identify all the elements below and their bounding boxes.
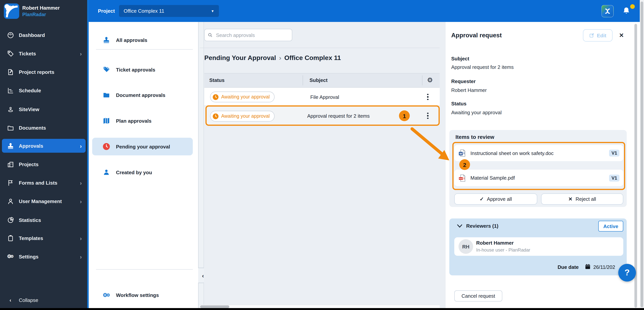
calendar-icon xyxy=(584,263,591,270)
tickets-icon xyxy=(6,50,14,57)
forms-flag-icon xyxy=(6,179,14,187)
approvals-list-area xyxy=(204,22,440,310)
created-by-you-person-icon xyxy=(102,168,110,177)
chevron-right-icon: › xyxy=(80,180,82,186)
help-button[interactable]: ? xyxy=(618,264,636,281)
chevron-left-icon: ‹ xyxy=(6,296,14,304)
subnav-divider xyxy=(96,49,193,50)
column-header-status[interactable]: Status xyxy=(209,77,224,83)
breadcrumb-parent[interactable]: Pending Your Approval xyxy=(204,54,276,62)
panel-title: Approval request xyxy=(451,32,502,39)
field-value-subject: Approval request for 2 items xyxy=(451,64,514,70)
word-file-icon: W xyxy=(458,149,466,157)
schedule-icon xyxy=(6,87,14,94)
file-row[interactable]: W Instructional sheet on work safety.doc… xyxy=(454,145,623,161)
cross-icon: ✕ xyxy=(568,196,572,202)
chevron-right-icon: › xyxy=(80,253,82,260)
planradar-app: Project Office Complex 11 ▼ Robert Hamme… xyxy=(0,0,644,310)
cancel-request-button[interactable]: Cancel request xyxy=(454,290,502,301)
chevron-right-icon: › xyxy=(80,198,82,204)
column-header-subject[interactable]: Subject xyxy=(310,77,328,83)
due-date-value: 26/11/202 xyxy=(593,264,615,270)
chevron-down-icon[interactable] xyxy=(457,224,462,228)
notifications-bell-icon[interactable] xyxy=(621,6,631,18)
panel-scrollbar-thumb[interactable] xyxy=(634,24,637,308)
subnav-pending-your-approval[interactable]: Pending your approval xyxy=(92,138,193,156)
sidebar-item-dashboard[interactable]: Dashboard xyxy=(2,28,86,42)
sidebar-collapse-button[interactable]: ‹ Collapse xyxy=(2,293,86,307)
horizontal-scrollbar-thumb[interactable] xyxy=(200,305,229,308)
row-menu-kebab-icon[interactable] xyxy=(424,92,432,102)
subnav-ticket-approvals[interactable]: Ticket approvals xyxy=(92,63,193,77)
sidebar-item-templates[interactable]: Templates › xyxy=(2,231,86,245)
pencil-icon xyxy=(589,33,594,38)
subnav-created-by-you[interactable]: Created by you xyxy=(92,165,193,179)
vertical-scrollbar-thumb[interactable] xyxy=(640,2,643,307)
dashboard-icon xyxy=(6,31,14,39)
svg-text:W: W xyxy=(460,152,462,155)
chevron-left-icon: ‹ xyxy=(202,272,204,279)
reject-all-button[interactable]: ✕ Reject all xyxy=(541,194,623,205)
sidebar-item-user-management[interactable]: User Management › xyxy=(2,194,86,208)
annotation-step-2: 2 xyxy=(459,159,470,170)
sidebar-item-siteview[interactable]: SiteView xyxy=(2,102,86,116)
edit-button[interactable]: Edit xyxy=(583,29,612,42)
siteview-icon xyxy=(6,105,14,113)
documents-folder-icon xyxy=(6,124,14,131)
sidebar-item-statistics[interactable]: Statistics xyxy=(2,213,86,227)
sidebar-item-schedule[interactable]: Schedule xyxy=(2,83,86,97)
horizontal-scrollbar[interactable] xyxy=(200,304,440,308)
reviewer-subtitle: In-house user - PlanRadar xyxy=(476,247,530,253)
svg-text:PDF: PDF xyxy=(459,177,463,180)
sidebar-item-settings[interactable]: ⚙⚙ Settings › xyxy=(2,250,86,263)
notification-dot xyxy=(630,4,635,9)
due-date-label: Due date xyxy=(558,264,579,270)
settings-gears-icon: ⚙⚙ xyxy=(6,253,14,260)
projects-buildings-icon xyxy=(6,161,14,168)
butterfly-icon xyxy=(603,7,612,16)
sidebar-item-documents[interactable]: Documents xyxy=(2,121,86,135)
subnav-divider xyxy=(96,269,193,270)
file-version-badge: V1 xyxy=(609,149,620,157)
all-approvals-stamp-icon xyxy=(102,36,110,44)
subnav-all-approvals[interactable]: All approvals xyxy=(92,33,193,47)
row-subject[interactable]: Approval request for 2 items xyxy=(307,113,370,119)
user-company: PlanRadar xyxy=(22,12,46,17)
breadcrumb-current: Office Complex 11 xyxy=(284,54,341,62)
table-settings-gear-icon[interactable]: ⚙ xyxy=(427,77,433,84)
subnav-workflow-settings[interactable]: ⚙⚙ Workflow settings xyxy=(92,288,193,302)
approve-all-button[interactable]: ✓ Approve all xyxy=(454,194,537,205)
pending-clock-icon xyxy=(102,142,110,151)
subnav-plan-approvals[interactable]: Plan approvals xyxy=(92,114,193,128)
project-selector[interactable]: Office Complex 11 ▼ xyxy=(119,5,219,17)
sidebar-item-project-reports[interactable]: Project reports xyxy=(2,65,86,79)
sidebar-item-projects[interactable]: Projects xyxy=(2,157,86,171)
ticket-approvals-tag-icon xyxy=(102,65,110,74)
status-badge: Awaiting your approval xyxy=(210,92,274,102)
user-name: Robert Hammer xyxy=(22,5,60,11)
breadcrumb: Pending Your Approval›Office Complex 11 xyxy=(204,54,341,62)
chevron-right-icon: › xyxy=(80,235,82,241)
field-value-requester: Robert Hammer xyxy=(451,87,487,93)
user-management-icon xyxy=(6,197,14,205)
planradar-logo xyxy=(4,4,19,19)
connect-app-icon[interactable] xyxy=(601,5,614,17)
search-input[interactable] xyxy=(215,32,289,38)
sidebar-item-tickets[interactable]: Tickets › xyxy=(2,47,86,60)
search-approvals-box[interactable] xyxy=(204,29,292,41)
file-row[interactable]: PDF Material Sample.pdf V1 xyxy=(454,170,623,186)
workflow-settings-gears-icon: ⚙⚙ xyxy=(102,291,110,299)
reviewers-active-filter-button[interactable]: Active xyxy=(598,221,623,232)
document-approvals-folder-icon xyxy=(102,91,110,99)
row-subject[interactable]: File Approval xyxy=(310,94,339,100)
file-version-badge: V1 xyxy=(609,175,620,181)
field-label-subject: Subject xyxy=(451,56,469,62)
chevron-right-icon: › xyxy=(80,142,82,149)
field-label-requester: Requester xyxy=(451,78,476,84)
sidebar-item-approvals[interactable]: Approvals › xyxy=(2,139,86,153)
approvals-stamp-icon xyxy=(6,142,14,149)
subnav-document-approvals[interactable]: Document approvals xyxy=(92,88,193,102)
close-icon[interactable]: ✕ xyxy=(619,32,624,39)
sidebar-item-forms-and-lists[interactable]: Forms and Lists › xyxy=(2,176,86,190)
row-menu-kebab-icon[interactable] xyxy=(424,111,432,121)
